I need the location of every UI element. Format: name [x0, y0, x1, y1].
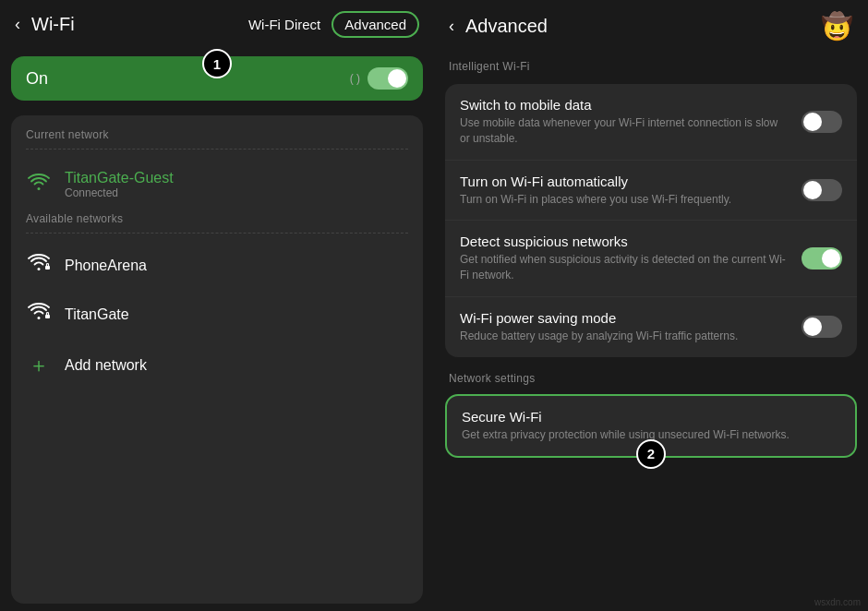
toggle-hint: ( ) — [350, 72, 360, 85]
advanced-button-left[interactable]: Advanced — [332, 11, 419, 38]
setting-mobile-data[interactable]: Switch to mobile data Use mobile data wh… — [445, 84, 857, 161]
setting-wifi-auto-title: Turn on Wi-Fi automatically — [460, 174, 790, 189]
avatar-emoji: 🤠 — [821, 11, 853, 42]
setting-suspicious-title: Detect suspicious networks — [460, 234, 790, 249]
wifi-on-label: On — [26, 69, 350, 89]
toggle-wifi-auto[interactable] — [802, 179, 842, 201]
current-network-label: Current network — [11, 128, 423, 149]
add-network-label: Add network — [65, 357, 147, 374]
left-panel-title: Wi-Fi — [31, 14, 237, 35]
secure-wifi-wrapper: Secure Wi-Fi Get extra privacy protectio… — [445, 394, 857, 458]
setting-mobile-data-text: Switch to mobile data Use mobile data wh… — [460, 97, 790, 147]
toggle-power-saving[interactable] — [802, 316, 842, 338]
network-item-phonearena[interactable]: PhoneArena — [11, 241, 423, 290]
wifi-locked-icon-1 — [26, 254, 52, 277]
setting-power-saving-desc: Reduce battery usage by analyzing Wi-Fi … — [460, 329, 790, 344]
add-network-icon: ＋ — [26, 352, 52, 379]
setting-wifi-auto-desc: Turn on Wi-Fi in places where you use Wi… — [460, 192, 790, 208]
toggle-suspicious[interactable] — [802, 247, 842, 270]
secure-wifi-title: Secure Wi-Fi — [462, 409, 840, 425]
setting-power-saving-text: Wi-Fi power saving mode Reduce battery u… — [460, 310, 790, 344]
wifi-connected-icon — [26, 174, 52, 197]
setting-wifi-auto-text: Turn on Wi-Fi automatically Turn on Wi-F… — [460, 174, 790, 208]
network-titangate-info: TitanGate — [65, 306, 408, 323]
right-panel-title: Advanced — [465, 16, 548, 37]
setting-suspicious-desc: Get notified when suspicious activity is… — [460, 252, 790, 283]
back-button-right[interactable]: ‹ — [449, 17, 454, 36]
back-button-left[interactable]: ‹ — [15, 15, 20, 34]
divider-current — [26, 149, 408, 150]
intelligent-wifi-card: Switch to mobile data Use mobile data wh… — [445, 84, 857, 357]
setting-power-saving[interactable]: Wi-Fi power saving mode Reduce battery u… — [445, 297, 857, 357]
network-item-titangate[interactable]: TitanGate — [11, 290, 423, 339]
right-header: ‹ Advanced 🤠 — [434, 0, 868, 53]
wifi-on-bar: 1 On ( ) — [11, 56, 423, 101]
networks-container: Current network TitanGate-Guest Connecte… — [11, 115, 423, 604]
connected-network-item[interactable]: TitanGate-Guest Connected — [11, 157, 423, 212]
watermark: wsxdn.com — [814, 597, 861, 607]
network-phonearena-name: PhoneArena — [65, 258, 408, 274]
right-panel: ‹ Advanced 🤠 Intelligent Wi-Fi Switch to… — [434, 0, 868, 611]
add-network-item[interactable]: ＋ Add network — [11, 339, 423, 392]
setting-suspicious[interactable]: Detect suspicious networks Get notified … — [445, 221, 857, 297]
connected-network-status: Connected — [65, 186, 408, 199]
connected-network-name: TitanGate-Guest — [65, 170, 408, 186]
divider-available — [26, 233, 408, 234]
toggle-mobile-data[interactable] — [802, 111, 842, 133]
network-settings-header: Network settings — [434, 361, 868, 390]
available-networks-label: Available networks — [11, 212, 423, 233]
setting-wifi-auto[interactable]: Turn on Wi-Fi automatically Turn on Wi-F… — [445, 161, 857, 222]
intelligent-wifi-header: Intelligent Wi-Fi — [434, 53, 868, 80]
wifi-toggle-area: ( ) — [350, 67, 408, 90]
svg-rect-0 — [45, 266, 50, 270]
left-panel: ‹ Wi-Fi Wi-Fi Direct Advanced 1 On ( ) C… — [0, 0, 434, 611]
setting-suspicious-text: Detect suspicious networks Get notified … — [460, 234, 790, 283]
wifi-locked-icon-2 — [26, 303, 52, 326]
setting-power-saving-title: Wi-Fi power saving mode — [460, 310, 790, 326]
network-titangate-name: TitanGate — [65, 306, 408, 323]
network-phonearena-info: PhoneArena — [65, 258, 408, 274]
svg-rect-1 — [45, 315, 50, 318]
setting-mobile-data-desc: Use mobile data whenever your Wi-Fi inte… — [460, 115, 790, 147]
left-header: ‹ Wi-Fi Wi-Fi Direct Advanced — [0, 0, 434, 49]
connected-network-info: TitanGate-Guest Connected — [65, 170, 408, 199]
secure-wifi-text: Secure Wi-Fi Get extra privacy protectio… — [462, 409, 840, 443]
step-2-circle: 2 — [636, 439, 666, 469]
setting-mobile-data-title: Switch to mobile data — [460, 97, 790, 113]
wifi-main-toggle[interactable] — [368, 67, 408, 90]
step-1-circle: 1 — [202, 49, 232, 78]
wifi-direct-button[interactable]: Wi-Fi Direct — [248, 17, 320, 32]
